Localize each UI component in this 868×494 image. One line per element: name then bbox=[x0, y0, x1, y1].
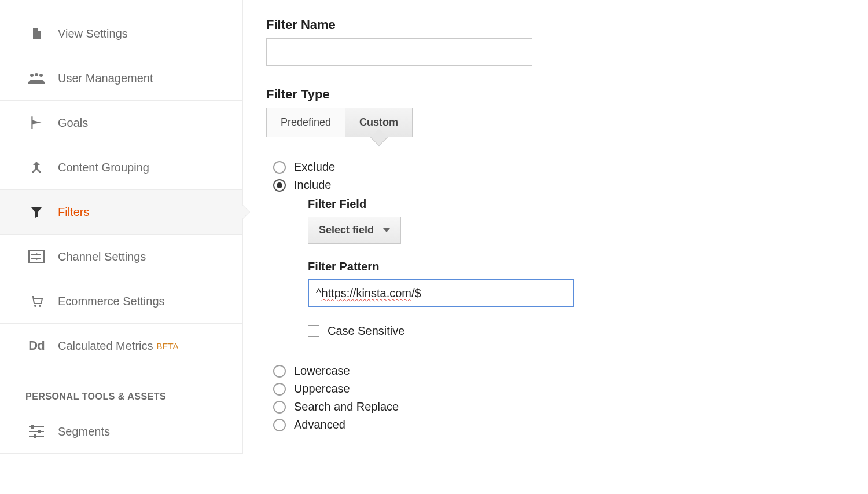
sidebar-item-label: Ecommerce Settings bbox=[58, 295, 165, 308]
svg-point-0 bbox=[30, 74, 34, 77]
svg-point-1 bbox=[35, 73, 38, 76]
filter-field-label: Filter Field bbox=[308, 197, 845, 211]
sidebar-item-user-management[interactable]: User Management bbox=[0, 56, 242, 101]
filter-pattern-label: Filter Pattern bbox=[308, 260, 845, 273]
people-icon bbox=[27, 70, 46, 86]
radio-circle-icon bbox=[273, 383, 286, 396]
svg-rect-8 bbox=[34, 434, 36, 438]
sidebar-item-label: View Settings bbox=[58, 27, 128, 41]
filter-type-tabs: Predefined Custom bbox=[266, 108, 845, 137]
case-sensitive-checkbox[interactable]: Case Sensitive bbox=[308, 324, 845, 338]
filter-field-value: Select field bbox=[319, 224, 374, 236]
sidebar-section-heading: PERSONAL TOOLS & ASSETS bbox=[0, 368, 242, 409]
sidebar-item-label: Filters bbox=[58, 206, 89, 219]
pattern-text-wavy: https://kinsta.com bbox=[321, 287, 411, 300]
filter-field-select[interactable]: Select field bbox=[308, 217, 401, 244]
sidebar-item-channel-settings[interactable]: Channel Settings bbox=[0, 235, 242, 279]
merge-icon bbox=[27, 159, 46, 175]
radio-label: Lowercase bbox=[294, 364, 350, 378]
svg-rect-6 bbox=[31, 425, 34, 429]
radio-circle-icon bbox=[273, 419, 286, 431]
flag-icon bbox=[27, 115, 46, 131]
funnel-icon bbox=[27, 204, 46, 220]
radio-label: Include bbox=[294, 178, 332, 192]
filter-name-input[interactable] bbox=[266, 38, 532, 66]
include-subsection: Filter Field Select field Filter Pattern… bbox=[308, 197, 845, 338]
sidebar-item-label: User Management bbox=[58, 72, 153, 85]
tab-custom[interactable]: Custom bbox=[345, 108, 413, 137]
radio-circle-icon bbox=[273, 401, 286, 414]
filter-name-label: Filter Name bbox=[266, 17, 845, 32]
sidebar-item-filters[interactable]: Filters bbox=[0, 190, 242, 235]
sidebar-item-view-settings[interactable]: View Settings bbox=[0, 12, 242, 56]
main-content: Filter Name Filter Type Predefined Custo… bbox=[243, 0, 868, 454]
sidebar: View Settings User Management Goals Cont… bbox=[0, 0, 243, 454]
sidebar-item-label: Content Grouping bbox=[58, 161, 149, 174]
page-icon bbox=[27, 25, 46, 42]
sidebar-item-label: Calculated Metrics bbox=[58, 339, 153, 353]
radio-label: Uppercase bbox=[294, 382, 350, 396]
checkbox-label: Case Sensitive bbox=[328, 324, 404, 338]
radio-label: Search and Replace bbox=[294, 400, 399, 414]
sidebar-item-goals[interactable]: Goals bbox=[0, 101, 242, 145]
radio-advanced[interactable]: Advanced bbox=[273, 418, 845, 431]
channel-icon bbox=[27, 248, 46, 265]
radio-search-and-replace[interactable]: Search and Replace bbox=[273, 400, 845, 414]
radio-label: Advanced bbox=[294, 418, 345, 431]
sidebar-item-label: Channel Settings bbox=[58, 250, 146, 264]
radio-include[interactable]: Include bbox=[273, 178, 845, 192]
svg-rect-7 bbox=[38, 430, 41, 433]
radio-lowercase[interactable]: Lowercase bbox=[273, 364, 845, 378]
radio-exclude[interactable]: Exclude bbox=[273, 160, 845, 174]
sidebar-item-segments[interactable]: Segments bbox=[0, 409, 242, 454]
sidebar-item-label: Segments bbox=[58, 425, 110, 438]
radio-uppercase[interactable]: Uppercase bbox=[273, 382, 845, 396]
beta-badge: BETA bbox=[157, 341, 179, 351]
sidebar-item-ecommerce-settings[interactable]: Ecommerce Settings bbox=[0, 279, 242, 324]
filter-pattern-input[interactable]: ^https://kinsta.com/$ bbox=[308, 279, 574, 307]
pattern-text-prefix: ^ bbox=[316, 287, 321, 300]
svg-point-2 bbox=[39, 74, 43, 77]
tab-predefined[interactable]: Predefined bbox=[266, 108, 345, 137]
radio-circle-icon bbox=[273, 179, 286, 192]
chevron-down-icon bbox=[383, 228, 390, 232]
radio-circle-icon bbox=[273, 161, 286, 174]
sliders-icon bbox=[27, 423, 46, 440]
dd-icon: Dd bbox=[27, 338, 46, 354]
cart-icon bbox=[27, 293, 46, 309]
pattern-text-suffix: /$ bbox=[411, 287, 421, 300]
filter-type-label: Filter Type bbox=[266, 87, 845, 102]
svg-point-4 bbox=[34, 305, 36, 307]
checkbox-icon bbox=[308, 325, 319, 337]
svg-point-5 bbox=[39, 305, 41, 307]
svg-rect-3 bbox=[29, 251, 44, 262]
sidebar-item-label: Goals bbox=[58, 116, 88, 130]
radio-label: Exclude bbox=[294, 160, 335, 174]
radio-circle-icon bbox=[273, 365, 286, 378]
sidebar-item-calculated-metrics[interactable]: Dd Calculated Metrics BETA bbox=[0, 324, 242, 368]
sidebar-item-content-grouping[interactable]: Content Grouping bbox=[0, 145, 242, 190]
